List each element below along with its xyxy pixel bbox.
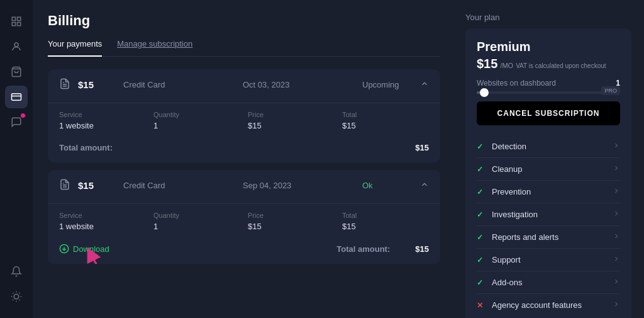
svg-rect-0 bbox=[12, 17, 15, 20]
receipt-icon-1 bbox=[59, 78, 70, 91]
svg-line-12 bbox=[19, 300, 20, 300]
svg-line-16 bbox=[19, 293, 20, 293]
quantity-value-1: 1 bbox=[153, 121, 240, 130]
cart-icon[interactable] bbox=[5, 60, 28, 83]
payment-status-2: Ok bbox=[362, 181, 413, 190]
feature-name-0: Detection bbox=[492, 142, 613, 151]
feature-check-5: ✓ bbox=[477, 256, 486, 264]
feature-chevron-2[interactable] bbox=[613, 187, 620, 196]
total-label-1: Total bbox=[342, 111, 429, 118]
feature-item-7[interactable]: ✕ Agency account features bbox=[477, 294, 620, 316]
total-amount-label-2: Total amount: bbox=[336, 244, 390, 254]
feature-chevron-3[interactable] bbox=[613, 210, 620, 219]
total-label-2: Total bbox=[342, 212, 429, 219]
sidebar bbox=[0, 0, 33, 318]
websites-slider[interactable]: PRO bbox=[477, 91, 620, 94]
feature-name-1: Cleanup bbox=[492, 164, 613, 174]
payment-card-2: $15 Credit Card Sep 04, 2023 Ok Service … bbox=[48, 170, 440, 264]
feature-item-2[interactable]: ✓ Prevention bbox=[477, 181, 620, 203]
plan-price: $15 /MO VAT is calculated upon checkout bbox=[477, 57, 620, 71]
price-label-1: Price bbox=[248, 111, 335, 118]
total-value-1: $15 bbox=[342, 121, 429, 130]
plan-name: Premium bbox=[477, 40, 620, 54]
feature-item-1[interactable]: ✓ Cleanup bbox=[477, 158, 620, 181]
feature-item-5[interactable]: ✓ Support bbox=[477, 249, 620, 271]
payment-method-1: Credit Card bbox=[123, 80, 235, 89]
main-content: Billing Your payments Manage subscriptio… bbox=[33, 0, 455, 318]
chevron-up-icon-1[interactable] bbox=[420, 79, 429, 90]
service-value-1: 1 website bbox=[59, 121, 146, 130]
download-button[interactable]: Download bbox=[59, 244, 109, 254]
payment-card-1: $15 Credit Card Oct 03, 2023 Upcoming Se… bbox=[48, 69, 440, 162]
payment-date-1: Oct 03, 2023 bbox=[243, 80, 355, 89]
download-label: Download bbox=[73, 244, 109, 254]
right-panel: Your plan Premium $15 /MO VAT is calcula… bbox=[455, 0, 644, 318]
quantity-value-2: 1 bbox=[153, 222, 240, 231]
quantity-label-1: Quantity bbox=[153, 111, 240, 118]
user-icon[interactable] bbox=[5, 35, 28, 58]
message-icon[interactable] bbox=[5, 111, 28, 133]
websites-label: Websites on dashboard bbox=[477, 79, 556, 88]
feature-item-0[interactable]: ✓ Detection bbox=[477, 135, 620, 158]
svg-rect-1 bbox=[18, 17, 21, 20]
feature-item-3[interactable]: ✓ Investigation bbox=[477, 203, 620, 226]
feature-item-4[interactable]: ✓ Reports and alerts bbox=[477, 226, 620, 249]
plan-price-vat: VAT is calculated upon checkout bbox=[516, 62, 606, 69]
svg-line-15 bbox=[13, 300, 13, 300]
pro-badge: PRO bbox=[601, 86, 620, 95]
receipt-icon-2 bbox=[59, 179, 70, 192]
page-title: Billing bbox=[48, 13, 440, 29]
plan-card: Premium $15 /MO VAT is calculated upon c… bbox=[465, 28, 631, 318]
feature-name-3: Investigation bbox=[492, 210, 613, 219]
total-value-2: $15 bbox=[342, 222, 429, 231]
total-amount-value-1: $15 bbox=[415, 143, 429, 152]
svg-rect-6 bbox=[12, 94, 21, 101]
total-amount-value-2: $15 bbox=[415, 244, 429, 254]
feature-check-6: ✓ bbox=[477, 278, 486, 287]
feature-check-7: ✕ bbox=[477, 301, 486, 310]
svg-rect-2 bbox=[12, 23, 15, 26]
feature-check-0: ✓ bbox=[477, 142, 486, 151]
svg-rect-3 bbox=[18, 23, 21, 26]
price-value-1: $15 bbox=[248, 121, 335, 130]
your-plan-label: Your plan bbox=[465, 13, 631, 22]
billing-icon[interactable] bbox=[5, 86, 28, 108]
brightness-icon[interactable] bbox=[5, 285, 28, 308]
payment-status-1: Upcoming bbox=[362, 80, 413, 89]
tab-manage-subscription[interactable]: Manage subscription bbox=[117, 39, 192, 51]
tab-bar: Your payments Manage subscription bbox=[48, 39, 440, 57]
service-value-2: 1 website bbox=[59, 222, 146, 231]
payment-amount-1: $15 bbox=[78, 79, 116, 90]
feature-chevron-6[interactable] bbox=[613, 278, 620, 287]
feature-name-2: Prevention bbox=[492, 187, 613, 196]
feature-chevron-7[interactable] bbox=[613, 300, 620, 310]
feature-chevron-4[interactable] bbox=[613, 232, 620, 242]
plan-price-main: $15 bbox=[477, 57, 497, 71]
bell-icon[interactable] bbox=[5, 260, 28, 283]
chevron-up-icon-2[interactable] bbox=[420, 180, 429, 191]
feature-name-7: Agency account features bbox=[492, 300, 613, 310]
svg-point-8 bbox=[14, 294, 19, 299]
websites-row: Websites on dashboard 1 bbox=[477, 79, 620, 88]
cancel-subscription-button[interactable]: CANCEL SUBSCRIPTION bbox=[477, 101, 620, 125]
payment-header-1[interactable]: $15 Credit Card Oct 03, 2023 Upcoming bbox=[48, 69, 440, 100]
grid-icon[interactable] bbox=[5, 10, 28, 33]
slider-track bbox=[477, 91, 620, 94]
feature-check-3: ✓ bbox=[477, 210, 486, 219]
payment-header-2[interactable]: $15 Credit Card Sep 04, 2023 Ok bbox=[48, 170, 440, 201]
payment-details-1: Service 1 website Quantity 1 Price $15 T… bbox=[48, 103, 440, 162]
payment-details-2: Service 1 website Quantity 1 Price $15 T… bbox=[48, 203, 440, 264]
feature-check-4: ✓ bbox=[477, 233, 486, 242]
price-value-2: $15 bbox=[248, 222, 335, 231]
feature-chevron-0[interactable] bbox=[613, 142, 620, 151]
tab-your-payments[interactable]: Your payments bbox=[48, 39, 102, 57]
feature-item-6[interactable]: ✓ Add-ons bbox=[477, 271, 620, 294]
feature-chevron-5[interactable] bbox=[613, 255, 620, 264]
svg-point-4 bbox=[14, 43, 18, 47]
feature-name-6: Add-ons bbox=[492, 278, 613, 287]
feature-name-5: Support bbox=[492, 255, 613, 264]
feature-check-2: ✓ bbox=[477, 188, 486, 196]
quantity-label-2: Quantity bbox=[153, 212, 240, 219]
notification-dot bbox=[21, 113, 25, 118]
feature-chevron-1[interactable] bbox=[613, 164, 620, 174]
